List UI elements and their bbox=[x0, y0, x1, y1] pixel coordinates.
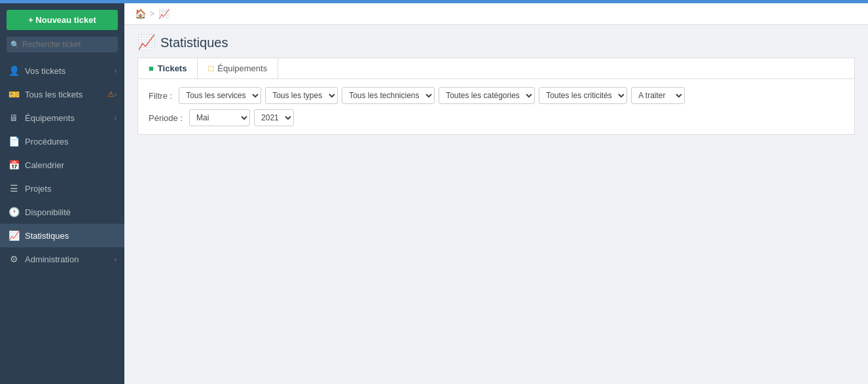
home-icon: 🏠 bbox=[135, 9, 146, 19]
sidebar-item-label: Statistiques bbox=[25, 231, 117, 241]
sidebar-item-label: Procédures bbox=[25, 137, 117, 147]
page-title-icon: 📈 bbox=[137, 34, 155, 51]
disponibilite-icon: 🕐 bbox=[8, 207, 20, 217]
sidebar-item-label: Tous les tickets bbox=[25, 90, 105, 99]
chevron-icon: › bbox=[115, 114, 117, 122]
filter-statut[interactable]: A traiter En cours Résolu bbox=[631, 87, 685, 104]
sidebar-item-procedures[interactable]: 📄 Procédures bbox=[0, 130, 124, 153]
search-input[interactable] bbox=[7, 37, 118, 52]
period-label: Période : bbox=[149, 113, 183, 123]
administration-icon: ⚙ bbox=[8, 254, 20, 264]
stats-breadcrumb-icon: 📈 bbox=[158, 9, 170, 19]
new-ticket-button[interactable]: + Nouveau ticket bbox=[7, 10, 118, 30]
tab-panel: ■ Tickets □ Équipements Filtre : Tous le… bbox=[137, 58, 855, 135]
app-container: + Nouveau ticket 🔍 👤 Vos tickets › 🎫 Tou… bbox=[0, 3, 868, 384]
main-content: 🏠 > 📈 📈 Statistiques ■ Tickets □ É bbox=[124, 3, 868, 384]
filter-criticites[interactable]: Toutes les criticités bbox=[539, 87, 627, 104]
tab-equipements[interactable]: □ Équipements bbox=[198, 58, 278, 79]
equipements-tab-icon: □ bbox=[208, 63, 213, 73]
sidebar-item-disponibilite[interactable]: 🕐 Disponibilité bbox=[0, 200, 124, 224]
sidebar-item-equipements[interactable]: 🖥 Équipements › bbox=[0, 106, 124, 130]
filter-services[interactable]: Tous les services bbox=[179, 87, 261, 104]
sidebar-item-projets[interactable]: ☰ Projets bbox=[0, 177, 124, 200]
tous-tickets-icon: 🎫 bbox=[8, 89, 20, 99]
sidebar-item-statistiques[interactable]: 📈 Statistiques bbox=[0, 224, 124, 247]
page-title: Statistiques bbox=[160, 35, 228, 50]
sidebar-item-label: Calendrier bbox=[25, 160, 117, 170]
vos-tickets-icon: 👤 bbox=[8, 65, 20, 76]
sidebar-item-vos-tickets[interactable]: 👤 Vos tickets › bbox=[0, 59, 124, 82]
procedures-icon: 📄 bbox=[8, 136, 20, 147]
filter-types[interactable]: Tous les types bbox=[265, 87, 338, 104]
filter-label: Filtre : bbox=[149, 91, 172, 101]
equipements-icon: 🖥 bbox=[8, 113, 20, 123]
tab-header: ■ Tickets □ Équipements bbox=[138, 58, 854, 79]
tickets-tab-icon: ■ bbox=[149, 63, 154, 73]
page-header: 📈 Statistiques bbox=[124, 25, 868, 58]
calendrier-icon: 📅 bbox=[8, 160, 20, 170]
search-icon: 🔍 bbox=[10, 41, 20, 49]
sidebar-item-label: Équipements bbox=[25, 113, 115, 123]
search-box: 🔍 bbox=[7, 37, 118, 52]
breadcrumb: 🏠 > 📈 bbox=[124, 3, 868, 25]
sidebar-item-administration[interactable]: ⚙ Administration › bbox=[0, 247, 124, 271]
sidebar-item-calendrier[interactable]: 📅 Calendrier bbox=[0, 153, 124, 177]
tab-tickets[interactable]: ■ Tickets bbox=[138, 58, 198, 79]
chevron-icon: › bbox=[115, 67, 117, 75]
period-row: Période : Janvier Février Mars Avril Mai… bbox=[149, 109, 844, 126]
projets-icon: ☰ bbox=[8, 183, 20, 194]
tab-equipements-label: Équipements bbox=[217, 63, 267, 73]
sidebar-item-label: Projets bbox=[25, 184, 117, 194]
tab-tickets-label: Tickets bbox=[158, 63, 187, 73]
sidebar-item-tous-tickets[interactable]: 🎫 Tous les tickets ⚠ › bbox=[0, 82, 124, 106]
sidebar-item-label: Vos tickets bbox=[25, 66, 115, 76]
statistiques-icon: 📈 bbox=[8, 230, 20, 241]
warning-badge: ⚠ bbox=[107, 90, 115, 99]
filters-section: Filtre : Tous les services Tous les type… bbox=[138, 79, 854, 134]
filter-mois[interactable]: Janvier Février Mars Avril Mai Juin Juil… bbox=[189, 109, 250, 126]
filter-row: Filtre : Tous les services Tous les type… bbox=[149, 87, 844, 104]
content-area: ■ Tickets □ Équipements Filtre : Tous le… bbox=[124, 58, 868, 384]
filter-techniciens[interactable]: Tous les techniciens bbox=[342, 87, 435, 104]
sidebar-item-label: Disponibilité bbox=[25, 207, 117, 217]
filter-annee[interactable]: 2019 2020 2021 2022 bbox=[254, 109, 294, 126]
sidebar: + Nouveau ticket 🔍 👤 Vos tickets › 🎫 Tou… bbox=[0, 3, 124, 384]
chevron-icon: › bbox=[115, 256, 117, 263]
filter-categories[interactable]: Toutes les catégories bbox=[439, 87, 535, 104]
chevron-icon: › bbox=[115, 91, 117, 98]
sidebar-item-label: Administration bbox=[25, 254, 115, 264]
breadcrumb-separator: > bbox=[150, 9, 154, 18]
